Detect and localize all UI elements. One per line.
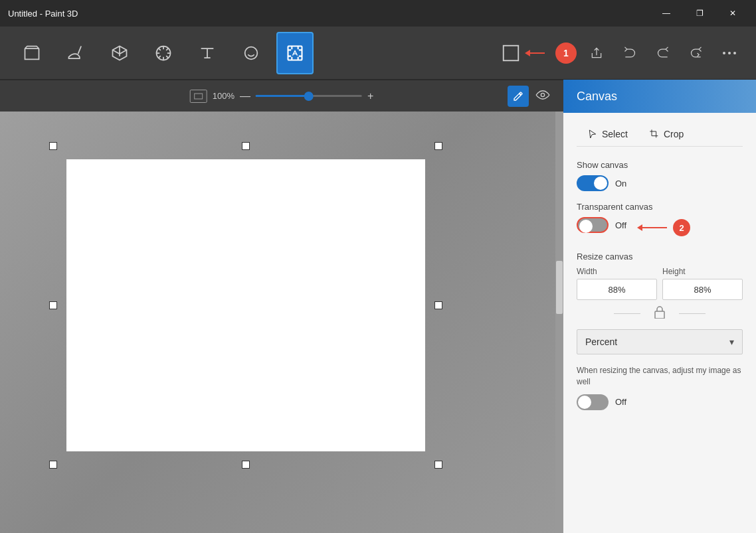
maximize-button[interactable]: ❐ <box>684 3 715 24</box>
handle-top-right[interactable] <box>434 142 442 150</box>
share-button[interactable] <box>583 40 610 66</box>
zoom-slider-thumb[interactable] <box>304 92 314 101</box>
toolbar-3d-button[interactable] <box>101 32 138 74</box>
svg-marker-12 <box>637 224 642 231</box>
toolbar-canvas-icon2 <box>501 43 521 63</box>
zoom-plus-button[interactable]: + <box>367 90 373 102</box>
scrollbar[interactable] <box>555 80 563 533</box>
step2-indicator: 2 <box>673 219 690 236</box>
app-title: Untitled - Paint 3D <box>8 9 78 19</box>
tab-select-label: Select <box>602 129 628 139</box>
lock-line-right <box>679 313 706 314</box>
svg-rect-13 <box>655 311 664 319</box>
unit-dropdown-label: Percent <box>585 337 617 347</box>
height-col: Height <box>662 267 743 300</box>
transparent-canvas-row: Off <box>577 217 626 233</box>
svg-rect-2 <box>288 46 302 60</box>
width-input[interactable] <box>577 279 657 300</box>
main-area: 100% — + <box>0 80 756 533</box>
scrollbar-thumb[interactable] <box>556 261 563 314</box>
toolbar: 1 <box>0 27 756 80</box>
toolbar-brushes-button[interactable] <box>57 32 94 74</box>
zoom-controls: 100% — + <box>190 90 374 103</box>
handle-bottom-left[interactable] <box>49 461 57 469</box>
step1-arrow <box>525 46 551 60</box>
redo-button[interactable] <box>683 40 709 66</box>
svg-rect-3 <box>504 45 519 60</box>
adjust-toggle-row: Off <box>577 394 743 410</box>
panel-title: Canvas <box>577 90 617 104</box>
select-icon <box>587 129 598 139</box>
transparent-canvas-label: Transparent canvas <box>577 202 743 212</box>
minimize-button[interactable]: — <box>651 3 682 24</box>
title-bar: Untitled - Paint 3D — ❐ ✕ <box>0 0 756 27</box>
resize-canvas-label: Resize canvas <box>577 252 743 262</box>
handle-middle-right[interactable] <box>434 301 442 309</box>
toolbar-stickers-button[interactable] <box>233 32 270 74</box>
svg-point-7 <box>728 52 731 54</box>
title-bar-controls: — ❐ ✕ <box>651 3 748 24</box>
panel-tabs: Select Crop <box>577 123 743 147</box>
handle-bottom-center[interactable] <box>242 461 250 469</box>
toolbar-effects-button[interactable] <box>145 32 182 74</box>
lock-row <box>577 305 743 321</box>
width-col: Width <box>577 267 657 300</box>
step2-arrow <box>637 221 670 234</box>
transparent-canvas-thumb <box>579 220 593 233</box>
status-right <box>508 86 550 107</box>
handle-top-left[interactable] <box>49 142 57 150</box>
toolbar-canvas-button[interactable] <box>276 32 314 74</box>
redo-back-button[interactable] <box>650 40 676 66</box>
pencil-mode-button[interactable] <box>508 86 529 107</box>
close-button[interactable]: ✕ <box>717 3 748 24</box>
zoom-minus-button[interactable]: — <box>240 90 250 102</box>
svg-point-6 <box>723 52 725 54</box>
svg-point-1 <box>245 46 258 59</box>
right-panel: Canvas Select Crop Show canv <box>563 80 756 533</box>
handle-bottom-right[interactable] <box>434 461 442 469</box>
canvas-content <box>66 159 425 451</box>
unit-dropdown[interactable]: Percent ▾ <box>577 329 743 354</box>
tab-crop[interactable]: Crop <box>638 123 694 146</box>
zoom-slider[interactable] <box>256 95 362 97</box>
tab-select[interactable]: Select <box>577 123 638 146</box>
width-label: Width <box>577 267 657 276</box>
show-canvas-toggle-label: On <box>615 179 626 189</box>
tab-crop-label: Crop <box>664 129 684 139</box>
adjust-toggle[interactable] <box>577 394 609 410</box>
transparent-canvas-toggle-label: Off <box>615 220 626 230</box>
handle-middle-left[interactable] <box>49 301 57 309</box>
svg-point-10 <box>541 93 544 96</box>
adjust-toggle-thumb <box>578 396 591 409</box>
transparent-canvas-toggle[interactable] <box>577 217 609 233</box>
show-canvas-thumb <box>594 177 607 190</box>
show-canvas-row: On <box>577 175 743 191</box>
panel-body: Select Crop Show canvas On Transparent c… <box>563 113 756 533</box>
zoom-slider-fill <box>256 95 309 97</box>
toolbar-file-button[interactable] <box>13 32 50 74</box>
eye-icon-button[interactable] <box>535 90 550 103</box>
undo-button[interactable] <box>616 40 643 66</box>
resize-row: Width Height <box>577 267 743 300</box>
canvas-wrapper <box>53 146 438 465</box>
svg-point-8 <box>733 52 736 54</box>
height-label: Height <box>662 267 743 276</box>
more-button[interactable] <box>716 40 743 66</box>
show-canvas-label: Show canvas <box>577 160 743 170</box>
canvas-area[interactable]: 100% — + <box>0 80 563 533</box>
height-input[interactable] <box>662 279 743 300</box>
crop-icon <box>649 129 660 139</box>
handle-top-center[interactable] <box>242 142 250 150</box>
adjust-toggle-label: Off <box>615 397 626 407</box>
lock-icon[interactable] <box>654 305 666 321</box>
toolbar-right <box>583 40 743 66</box>
dropdown-arrow-icon: ▾ <box>729 337 734 347</box>
show-canvas-toggle[interactable] <box>577 175 609 191</box>
panel-header: Canvas <box>563 80 756 113</box>
status-bar: 100% — + <box>0 80 563 112</box>
zoom-frame-icon <box>190 90 207 103</box>
zoom-percentage: 100% <box>213 91 235 101</box>
step1-indicator: 1 <box>555 42 577 64</box>
adjust-label: When resizing the canvas, adjust my imag… <box>577 365 743 388</box>
toolbar-text-button[interactable] <box>189 32 226 74</box>
